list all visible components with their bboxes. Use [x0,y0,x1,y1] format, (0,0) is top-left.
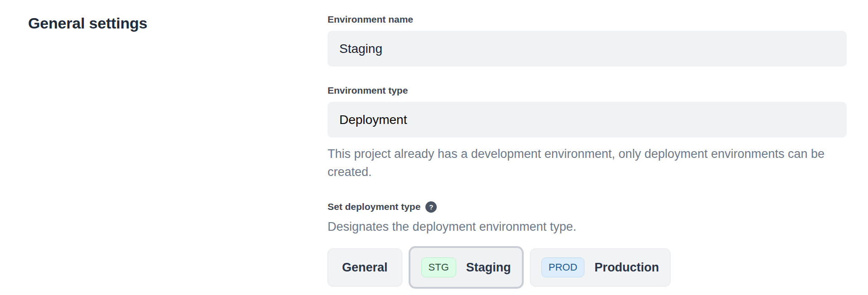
environment-type-label: Environment type [328,85,847,96]
deployment-option-staging[interactable]: STG Staging [409,246,524,289]
deployment-option-production[interactable]: PROD Production [530,248,670,286]
deployment-option-production-label: Production [594,261,659,275]
section-heading-column: General settings [28,14,328,289]
deployment-type-label: Set deployment type [328,201,420,213]
settings-form: Environment name Environment type This p… [328,14,847,289]
deployment-option-staging-label: Staging [466,261,511,275]
environment-name-input[interactable] [328,31,847,67]
staging-badge: STG [421,257,456,277]
environment-type-help-text: This project already has a development e… [328,145,847,181]
page-title: General settings [28,14,328,33]
deployment-option-general[interactable]: General [328,248,402,286]
production-badge: PROD [541,257,585,277]
deployment-option-general-label: General [342,261,388,275]
environment-name-label: Environment name [328,14,847,25]
general-settings-section: General settings Environment name Enviro… [0,0,868,289]
environment-type-input[interactable] [328,102,847,138]
question-mark-icon[interactable]: ? [425,201,437,213]
deployment-type-label-row: Set deployment type ? [328,201,847,213]
deployment-type-options: General STG Staging PROD Production [328,246,847,289]
deployment-type-description: Designates the deployment environment ty… [328,219,847,234]
